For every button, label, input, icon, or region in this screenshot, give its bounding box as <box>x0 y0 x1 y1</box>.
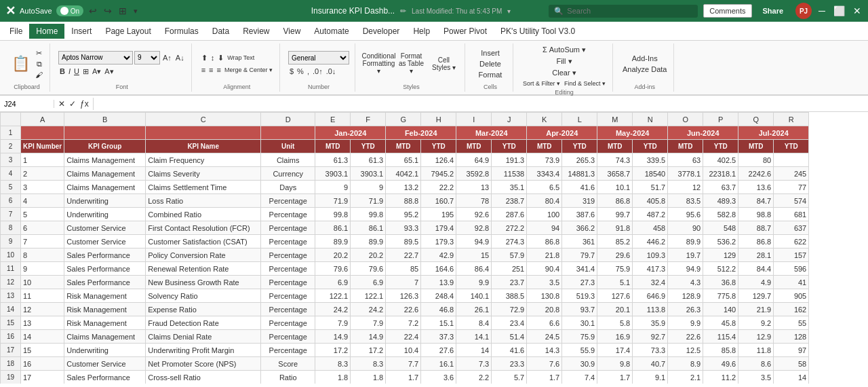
feb-header[interactable]: Feb-2024 <box>386 126 456 140</box>
table-cell[interactable]: 12.9 <box>738 330 774 344</box>
underline-button[interactable]: U <box>73 67 81 76</box>
row-number[interactable]: 19 <box>1 371 21 384</box>
col-c-header[interactable]: C <box>146 113 261 126</box>
jun-header[interactable]: Jun-2024 <box>668 126 738 140</box>
table-cell[interactable]: 3658.7 <box>597 167 633 181</box>
table-cell[interactable]: 41.6 <box>492 344 527 357</box>
table-cell[interactable]: 4.9 <box>738 276 774 289</box>
row-number[interactable]: 11 <box>1 262 21 276</box>
table-cell[interactable]: 637 <box>774 221 809 235</box>
table-cell[interactable]: Fraud Detection Rate <box>146 316 261 330</box>
table-cell[interactable]: 6.9 <box>315 276 351 289</box>
table-cell[interactable]: Sales Performance <box>64 262 146 276</box>
addins-button[interactable]: Add-Ins <box>631 54 659 63</box>
table-cell[interactable]: 55 <box>774 316 809 330</box>
table-cell[interactable]: 2.1 <box>668 371 703 384</box>
r2-may-ytd[interactable]: YTD <box>633 140 668 153</box>
r2-jan-mtd[interactable]: MTD <box>315 140 351 153</box>
table-cell[interactable]: 140 <box>703 303 738 316</box>
table-cell[interactable]: 646.9 <box>633 289 668 303</box>
table-cell[interactable]: Percentage <box>261 330 315 344</box>
table-cell[interactable]: 5.8 <box>597 316 633 330</box>
table-cell[interactable]: 122.1 <box>351 289 386 303</box>
table-cell[interactable]: 98.8 <box>738 208 774 221</box>
table-cell[interactable]: 8.3 <box>351 357 386 371</box>
table-cell[interactable]: 90.4 <box>527 262 562 276</box>
table-cell[interactable]: 14.1 <box>456 330 492 344</box>
table-cell[interactable]: 41.6 <box>562 181 597 194</box>
table-cell[interactable]: 18540 <box>633 167 668 181</box>
table-cell[interactable]: Risk Management <box>64 316 146 330</box>
table-cell[interactable]: Customer Service <box>64 221 146 235</box>
row-number[interactable]: 15 <box>1 316 21 330</box>
table-cell[interactable]: 3903.1 <box>315 167 351 181</box>
table-cell[interactable]: 5 <box>21 208 64 221</box>
tab-data[interactable]: Data <box>205 24 236 39</box>
table-cell[interactable]: Net Promoter Score (NPS) <box>146 357 261 371</box>
table-cell[interactable]: Underwriting <box>64 208 146 221</box>
font-name-selector[interactable]: Aptos Narrow <box>58 51 133 64</box>
tab-review[interactable]: Review <box>236 24 276 39</box>
table-cell[interactable]: 622 <box>774 235 809 248</box>
table-cell[interactable]: 905 <box>774 289 809 303</box>
table-cell[interactable]: 84.4 <box>738 262 774 276</box>
grid-button[interactable]: ⊞ <box>117 4 128 18</box>
table-cell[interactable]: 115.4 <box>703 330 738 344</box>
table-cell[interactable]: 3 <box>21 181 64 194</box>
table-cell[interactable]: 11538 <box>492 167 527 181</box>
table-cell[interactable]: 11.8 <box>738 344 774 357</box>
redo-button[interactable]: ↪ <box>102 4 113 18</box>
table-cell[interactable]: 179.4 <box>421 221 456 235</box>
table-cell[interactable]: Days <box>261 181 315 194</box>
table-cell[interactable]: 57.9 <box>492 248 527 262</box>
currency-button[interactable]: $ <box>288 67 295 76</box>
table-cell[interactable]: 4 <box>21 194 64 208</box>
table-cell[interactable]: New Business Growth Rate <box>146 276 261 289</box>
row-number[interactable]: 17 <box>1 344 21 357</box>
col-d-header[interactable]: D <box>261 113 315 126</box>
table-cell[interactable]: 74.3 <box>597 153 633 167</box>
table-cell[interactable]: Percentage <box>261 344 315 357</box>
find-select-button[interactable]: Find & Select ▾ <box>563 79 607 88</box>
cell-reference[interactable]: J24 <box>0 100 54 108</box>
search-box[interactable]: 🔍 <box>549 5 698 18</box>
table-cell[interactable]: 22.2 <box>421 181 456 194</box>
delete-button[interactable]: Delete <box>473 59 507 69</box>
table-cell[interactable]: 79.7 <box>562 248 597 262</box>
row-number[interactable]: 4 <box>1 167 21 181</box>
table-cell[interactable]: Percentage <box>261 316 315 330</box>
r2-mar-mtd[interactable]: MTD <box>456 140 492 153</box>
table-cell[interactable]: 512.2 <box>703 262 738 276</box>
table-cell[interactable]: 77 <box>774 181 809 194</box>
row-number[interactable]: 16 <box>1 330 21 344</box>
share-button[interactable]: Share <box>756 5 791 17</box>
table-cell[interactable]: 113.8 <box>633 303 668 316</box>
table-cell[interactable]: 29.6 <box>597 248 633 262</box>
tab-formulas[interactable]: Formulas <box>158 24 205 39</box>
table-cell[interactable]: 22.7 <box>386 248 421 262</box>
row-number[interactable]: 12 <box>1 276 21 289</box>
table-cell[interactable]: 89.5 <box>386 235 421 248</box>
table-cell[interactable]: 75.9 <box>562 330 597 344</box>
table-cell[interactable]: 339.5 <box>633 153 668 167</box>
table-cell[interactable]: 78 <box>456 194 492 208</box>
italic-button[interactable]: I <box>67 67 72 76</box>
table-cell[interactable]: 20.1 <box>597 303 633 316</box>
sort-filter-button[interactable]: Sort & Filter ▾ <box>521 79 561 88</box>
fill-color-button[interactable]: A▾ <box>91 67 102 77</box>
row-number[interactable]: 7 <box>1 208 21 221</box>
table-cell[interactable]: 9.2 <box>738 316 774 330</box>
apr-header[interactable]: Apr-2024 <box>527 126 597 140</box>
table-cell[interactable]: 1.8 <box>315 371 351 384</box>
table-cell[interactable]: 24.5 <box>527 330 562 344</box>
number-format-selector[interactable]: General <box>288 51 349 64</box>
restore-button[interactable]: ⬜ <box>832 4 846 18</box>
r2-jun-ytd[interactable]: YTD <box>703 140 738 153</box>
table-cell[interactable]: 71.9 <box>315 194 351 208</box>
table-cell[interactable]: 86.1 <box>315 221 351 235</box>
table-cell[interactable]: 80 <box>738 153 774 167</box>
row-number[interactable]: 9 <box>1 235 21 248</box>
table-cell[interactable]: Customer Service <box>64 357 146 371</box>
tab-developer[interactable]: Developer <box>356 24 407 39</box>
table-cell[interactable]: 122.1 <box>315 289 351 303</box>
